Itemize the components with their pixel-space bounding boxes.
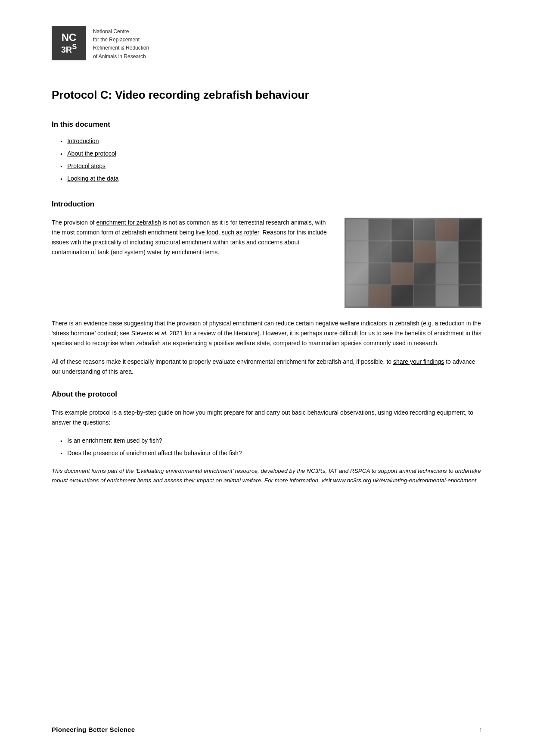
toc-item-steps[interactable]: Protocol steps — [60, 162, 482, 171]
logo-nc: NC — [61, 32, 77, 43]
about-paragraph-1: This example protocol is a step-by-step … — [52, 408, 482, 428]
about-heading: About the protocol — [52, 389, 482, 400]
intro-text-column: The provision of enrichment for zebrafis… — [52, 218, 334, 308]
toc-item-about[interactable]: About the protocol — [60, 149, 482, 158]
introduction-section: Introduction The provision of enrichment… — [52, 199, 482, 377]
stevens-link[interactable]: Stevens et al. 2021 — [131, 330, 183, 337]
intro-paragraph-1: The provision of enrichment for zebrafis… — [52, 218, 334, 257]
disclaimer-paragraph: This document forms part of the ‘Evaluat… — [52, 466, 482, 486]
zebrafish-tank-image — [345, 218, 482, 308]
toc-section: In this document Introduction About the … — [52, 119, 482, 184]
toc-link-data[interactable]: Looking at the data — [67, 174, 118, 183]
toc-heading: In this document — [52, 119, 482, 130]
toc-item-data[interactable]: Looking at the data — [60, 174, 482, 183]
toc-link-about[interactable]: About the protocol — [67, 149, 116, 158]
question-item-2: Does the presence of enrichment affect t… — [60, 449, 482, 458]
question-item-1: Is an enrichment item used by fish? — [60, 436, 482, 445]
logo-text: NC 3RS — [61, 32, 77, 54]
header: NC 3RS National Centre for the Replaceme… — [52, 26, 482, 61]
footer: Pioneering Better Science 1 — [52, 725, 482, 735]
introduction-heading: Introduction — [52, 199, 482, 210]
nc3rs-link[interactable]: www.nc3rs.org.uk/evaluating-environmenta… — [333, 477, 476, 484]
org-name: National Centre for the Replacement Refi… — [93, 26, 149, 61]
tank-image-visual — [345, 218, 482, 308]
toc-link-introduction[interactable]: Introduction — [67, 137, 99, 146]
live-food-link[interactable]: live food, such as rotifer — [196, 229, 259, 236]
page: NC 3RS National Centre for the Replaceme… — [0, 0, 534, 756]
page-title: Protocol C: Video recording zebrafish be… — [52, 87, 482, 103]
share-findings-link[interactable]: share your findings — [393, 358, 444, 365]
intro-content: The provision of enrichment for zebrafis… — [52, 218, 482, 308]
footer-page-number: 1 — [479, 726, 482, 735]
questions-list: Is an enrichment item used by fish? Does… — [52, 436, 482, 458]
intro-paragraph-2: There is an evidence base suggesting tha… — [52, 319, 482, 348]
logo-box: NC 3RS — [52, 26, 86, 60]
logo-3rs: 3RS — [61, 43, 77, 54]
footer-brand: Pioneering Better Science — [52, 725, 135, 735]
intro-paragraph-3: All of these reasons make it especially … — [52, 357, 482, 377]
about-section: About the protocol This example protocol… — [52, 389, 482, 485]
toc-list: Introduction About the protocol Protocol… — [52, 137, 482, 183]
toc-item-introduction[interactable]: Introduction — [60, 137, 482, 146]
enrichment-zebrafish-link[interactable]: enrichment for zebrafish — [96, 219, 161, 226]
toc-link-steps[interactable]: Protocol steps — [67, 162, 106, 171]
